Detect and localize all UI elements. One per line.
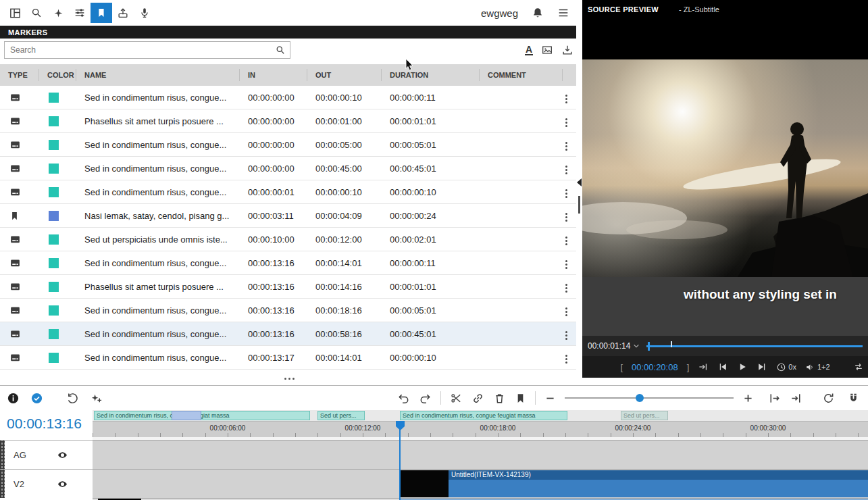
column-header-duration[interactable]: DURATION [382, 69, 480, 81]
color-chip[interactable] [49, 234, 59, 245]
color-chip[interactable] [49, 305, 59, 316]
color-chip[interactable] [49, 353, 59, 363]
insert-clip-icon[interactable] [768, 392, 781, 405]
timeline-ruler[interactable]: 00:00:06:00 00:00:12:00 00:00:18:00 00:0… [93, 421, 868, 437]
zoom-in-icon[interactable] [742, 393, 754, 404]
microphone-button[interactable] [134, 3, 155, 23]
eye-icon[interactable] [57, 478, 68, 490]
color-chip[interactable] [49, 211, 59, 221]
add-marker-icon[interactable] [515, 393, 526, 404]
track-header-ag[interactable]: AG [0, 440, 93, 469]
link-icon[interactable] [471, 392, 484, 405]
timeline-subtitle-block[interactable]: Sed ut pers... [317, 411, 365, 420]
track-drag-handle[interactable] [0, 441, 5, 469]
markers-tool-button[interactable] [91, 3, 112, 23]
markers-table-header: TYPE COLOR NAME IN OUT DURATION COMMENT [0, 64, 579, 86]
subtitle-track-strip[interactable]: Sed in condimentum risus, congue feugiat… [93, 410, 868, 421]
eye-icon[interactable] [57, 449, 68, 461]
table-row[interactable]: Sed in condimentum risus, congue... 00:0… [0, 180, 579, 204]
column-header-name[interactable]: NAME [76, 69, 240, 81]
snap-magnet-icon[interactable] [847, 392, 860, 405]
column-header-color[interactable]: COLOR [39, 69, 76, 81]
project-name[interactable]: ewgweg [481, 7, 518, 19]
table-row[interactable]: Phasellus sit amet turpis posuere ... 00… [0, 109, 579, 133]
scrubber-playhead[interactable] [648, 342, 650, 351]
menu-icon[interactable] [557, 7, 569, 19]
timeline-subtitle-block[interactable] [172, 411, 201, 420]
zoom-out-icon[interactable] [544, 393, 556, 404]
track-header-v2[interactable]: V2 [0, 469, 93, 498]
overwrite-clip-icon[interactable] [790, 392, 802, 405]
import-icon[interactable] [561, 44, 573, 56]
refresh-icon[interactable] [822, 392, 835, 405]
color-chip[interactable] [49, 140, 59, 150]
info-icon[interactable] [7, 392, 20, 405]
color-chip[interactable] [49, 164, 59, 174]
track-lane-ag[interactable] [93, 440, 868, 469]
search-button[interactable] [26, 3, 47, 23]
marker-out: 00:00:04:09 [307, 211, 382, 221]
column-header-in[interactable]: IN [240, 69, 307, 81]
zoom-slider-handle[interactable] [636, 394, 644, 402]
track-lane-v2[interactable]: Untitled(ITEM-VX-142139) [93, 469, 868, 498]
column-header-comment[interactable]: COMMENT [480, 69, 563, 81]
search-icon[interactable] [275, 45, 286, 55]
preview-scrubber[interactable] [646, 341, 863, 351]
color-chip[interactable] [49, 258, 59, 268]
mark-out-button[interactable]: ] [687, 362, 690, 372]
table-row[interactable]: Nasi lemak, satay, cendol, pisang g... 0… [0, 204, 579, 228]
go-to-out-icon[interactable] [698, 361, 709, 372]
table-row[interactable]: Sed in condimentum risus, congue... 00:0… [0, 86, 579, 109]
mark-in-button[interactable]: [ [620, 362, 623, 372]
color-chip[interactable] [49, 93, 59, 103]
text-format-icon[interactable]: A [525, 45, 533, 55]
collapse-panel-icon[interactable] [577, 178, 582, 186]
video-viewer[interactable]: without any styling set in [582, 19, 868, 336]
track-drag-handle[interactable] [0, 470, 5, 498]
color-chip[interactable] [49, 187, 59, 197]
cut-icon[interactable] [450, 392, 463, 405]
scrollbar-thumb[interactable] [578, 196, 580, 214]
timeline-subtitle-block[interactable]: Sed in condimentum risus, congue feugiat… [400, 411, 567, 420]
image-icon[interactable] [541, 44, 553, 56]
table-row[interactable]: Sed in condimentum risus, congue... 00:0… [0, 322, 579, 346]
play-icon[interactable] [737, 361, 748, 372]
panel-resize-handle[interactable] [0, 378, 579, 380]
table-row[interactable]: Phasellus sit amet turpis posuere ... 00… [0, 275, 579, 299]
history-undo-icon[interactable] [66, 392, 79, 405]
delete-icon[interactable] [493, 392, 506, 405]
table-row[interactable]: Sed ut perspiciatis unde omnis iste... 0… [0, 228, 579, 251]
color-chip[interactable] [49, 282, 59, 292]
zoom-slider[interactable] [565, 397, 734, 399]
effects-button[interactable] [47, 3, 69, 23]
approve-check-icon[interactable] [30, 392, 43, 405]
bell-icon[interactable] [532, 7, 544, 19]
step-back-icon[interactable] [717, 361, 728, 372]
table-row[interactable]: Sed in condimentum risus, congue... 00:0… [0, 299, 579, 322]
column-header-type[interactable]: TYPE [0, 69, 39, 81]
table-row[interactable]: Sed in condimentum risus, congue... 00:0… [0, 157, 579, 180]
redo-icon[interactable] [419, 392, 432, 405]
audio-channels-button[interactable]: 1+2 [805, 362, 830, 372]
table-row[interactable]: Sed in condimentum risus, congue... 00:0… [0, 346, 579, 370]
video-clip[interactable]: Untitled(ITEM-VX-142139) [400, 470, 868, 497]
column-header-out[interactable]: OUT [307, 69, 382, 81]
search-input[interactable] [5, 45, 275, 55]
color-chip[interactable] [49, 329, 59, 339]
timeline-timecode[interactable]: 00:00:13:16 [0, 410, 93, 437]
table-row[interactable]: Sed in condimentum risus, congue... 00:0… [0, 133, 579, 157]
playback-speed-button[interactable]: 0x [776, 362, 796, 372]
step-forward-icon[interactable] [757, 361, 767, 372]
timeline-subtitle-block[interactable]: Sed ut pers... [621, 411, 668, 420]
panels-button[interactable] [4, 3, 26, 23]
timeline-subtitle-block[interactable]: Sed in condimentum risus, congue feugiat… [94, 411, 310, 420]
add-effect-icon[interactable] [90, 392, 103, 405]
preview-timecode[interactable]: 00:00:01:14 [588, 341, 640, 351]
undo-icon[interactable] [397, 392, 410, 405]
panel-divider[interactable] [576, 26, 582, 378]
swap-icon[interactable] [853, 361, 864, 372]
adjust-button[interactable] [69, 3, 91, 23]
table-row[interactable]: Sed in condimentum risus, congue... 00:0… [0, 251, 579, 275]
export-button[interactable] [112, 3, 134, 23]
color-chip[interactable] [49, 116, 59, 126]
